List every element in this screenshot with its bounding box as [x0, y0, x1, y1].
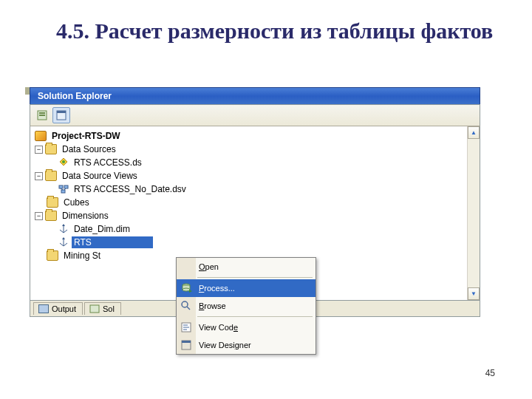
menu-item-browse[interactable]: Browse: [177, 297, 316, 315]
svg-point-23: [183, 288, 190, 291]
dimension-icon: [58, 237, 69, 248]
dimension-icon: [58, 224, 69, 234]
mining-label: Mining St: [61, 250, 103, 262]
tab-output[interactable]: Output: [33, 302, 83, 315]
menu-browse-label: Browse: [199, 301, 226, 310]
svg-rect-1: [39, 112, 45, 114]
svg-point-6: [62, 160, 65, 163]
dsv-icon: [58, 184, 69, 194]
svg-rect-2: [39, 115, 45, 116]
svg-rect-9: [61, 190, 65, 193]
tree-node-dsv1[interactable]: RTS ACCESS_No_Date.dsv: [35, 183, 475, 196]
collapse-icon[interactable]: −: [35, 212, 43, 220]
datasources-label: Data Sources: [60, 143, 118, 155]
menu-separator: [197, 316, 313, 317]
window-title: Solution Explorer: [38, 91, 112, 101]
menu-item-open[interactable]: Open: [177, 258, 316, 276]
browse-icon: [180, 300, 192, 312]
menu-viewdesigner-label: View Designer: [199, 341, 251, 349]
scroll-up-button[interactable]: ▲: [468, 126, 480, 139]
project-label: Project-RTS-DW: [50, 130, 123, 142]
ds1-label: RTS ACCESS.ds: [72, 157, 144, 168]
dsv1-label: RTS ACCESS_No_Date.dsv: [72, 183, 188, 195]
tree-node-dim1[interactable]: Date_Dim.dim: [35, 222, 475, 236]
svg-marker-19: [62, 237, 65, 239]
svg-line-14: [64, 230, 67, 233]
solution-icon: [89, 304, 100, 313]
menu-item-viewdesigner[interactable]: View Designer: [177, 336, 316, 354]
dimensions-label: Dimensions: [60, 210, 111, 222]
folder-icon: [45, 144, 57, 154]
tree-node-ds1[interactable]: RTS ACCESS.ds: [35, 156, 475, 169]
properties-icon: [37, 110, 47, 120]
svg-rect-32: [182, 341, 191, 343]
process-icon: [180, 282, 192, 294]
svg-rect-8: [64, 185, 68, 188]
showall-icon: [56, 110, 66, 120]
menu-item-process[interactable]: Process...: [177, 279, 316, 297]
menu-viewcode-label: View Code: [199, 323, 238, 332]
toolbar-showall-button[interactable]: [52, 107, 70, 123]
tab-solution[interactable]: Sol: [84, 302, 121, 315]
scrollbar-vertical[interactable]: ▲ ▼: [467, 126, 480, 300]
svg-line-17: [60, 243, 64, 246]
dsviews-label: Data Source Views: [60, 170, 140, 182]
svg-point-25: [182, 301, 188, 307]
scroll-track[interactable]: [468, 139, 480, 287]
datasource-icon: [58, 157, 69, 168]
slide-title: 4.5. Расчет размерности из таблицы факто…: [0, 0, 532, 52]
svg-marker-15: [62, 224, 65, 226]
menu-open-label: Open: [199, 262, 219, 271]
designer-icon: [180, 339, 192, 351]
folder-icon: [47, 197, 58, 208]
tree-node-cubes[interactable]: Cubes: [35, 196, 475, 209]
menu-process-label: Process...: [199, 284, 235, 293]
scroll-down-button[interactable]: ▼: [468, 287, 480, 300]
tree-node-dimensions[interactable]: − Dimensions: [35, 209, 475, 222]
window-titlebar[interactable]: Solution Explorer: [30, 87, 480, 104]
svg-line-26: [187, 307, 190, 310]
dim2-label-selected: RTS: [72, 236, 153, 248]
page-number: 45: [485, 368, 495, 378]
context-menu: Open Process... Browse View Code View De…: [176, 257, 316, 355]
collapse-icon[interactable]: −: [35, 146, 43, 154]
code-icon: [180, 321, 192, 333]
toolbar: [30, 104, 480, 126]
svg-rect-7: [59, 185, 63, 188]
svg-rect-4: [57, 111, 66, 113]
folder-icon: [45, 171, 57, 181]
svg-marker-24: [189, 290, 192, 293]
cubes-label: Cubes: [61, 197, 92, 208]
output-icon: [38, 304, 49, 313]
folder-icon: [47, 250, 58, 261]
svg-line-13: [60, 230, 64, 233]
tree-node-dim2[interactable]: RTS: [35, 236, 475, 249]
tree-node-project[interactable]: Project-RTS-DW: [35, 129, 475, 143]
folder-icon: [45, 211, 57, 221]
tree-node-datasources[interactable]: − Data Sources: [35, 143, 475, 156]
dim1-label: Date_Dim.dim: [72, 223, 132, 235]
collapse-icon[interactable]: −: [35, 172, 43, 180]
menu-separator: [197, 277, 313, 278]
menu-item-viewcode[interactable]: View Code: [177, 318, 316, 336]
toolbar-properties-button[interactable]: [33, 107, 51, 123]
svg-line-18: [64, 243, 67, 246]
svg-rect-20: [90, 305, 99, 313]
tab-solution-label: Sol: [103, 304, 115, 313]
tree-node-dsviews[interactable]: − Data Source Views: [35, 169, 475, 183]
project-icon: [35, 131, 47, 141]
tab-output-label: Output: [52, 304, 76, 313]
